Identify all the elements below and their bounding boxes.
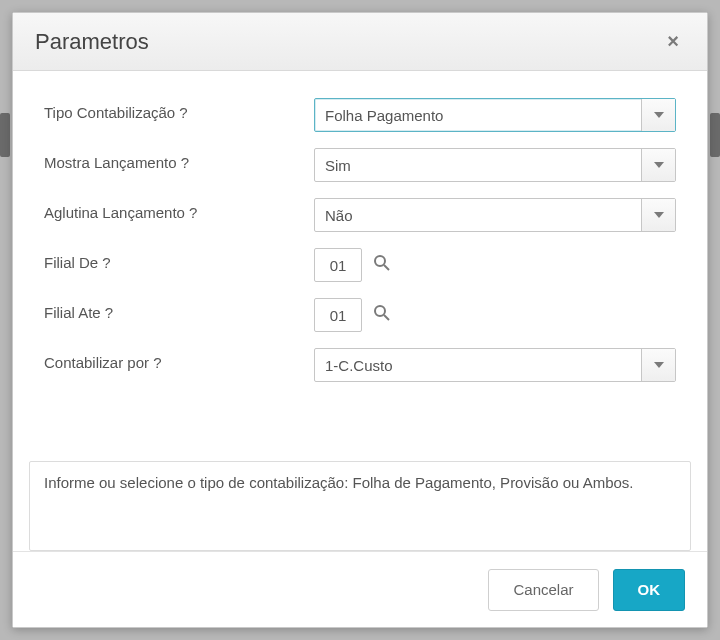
dialog-body: Tipo Contabilização ? Folha Pagamento Mo… <box>13 71 707 551</box>
close-button[interactable]: × <box>661 26 685 57</box>
search-icon <box>373 254 391 276</box>
dialog-footer: Cancelar OK <box>13 551 707 627</box>
dialog-title: Parametros <box>35 29 149 55</box>
label-filial-ate: Filial Ate ? <box>44 298 314 321</box>
form-panel: Tipo Contabilização ? Folha Pagamento Mo… <box>27 85 693 451</box>
svg-point-2 <box>375 306 385 316</box>
dialog-header: Parametros × <box>13 13 707 71</box>
label-tipo-contabilizacao: Tipo Contabilização ? <box>44 98 314 121</box>
label-aglutina-lancamento: Aglutina Lançamento ? <box>44 198 314 221</box>
scroll-stub-right <box>710 113 720 157</box>
row-aglutina-lancamento: Aglutina Lançamento ? Não <box>44 198 676 232</box>
select-mostra-lancamento[interactable]: Sim <box>314 148 676 182</box>
button-label: OK <box>638 581 661 598</box>
select-contabilizar-por[interactable]: 1-C.Custo <box>314 348 676 382</box>
label-mostra-lancamento: Mostra Lançamento ? <box>44 148 314 171</box>
caret-down-icon <box>641 199 675 231</box>
row-tipo-contabilizacao: Tipo Contabilização ? Folha Pagamento <box>44 98 676 132</box>
ok-button[interactable]: OK <box>613 569 686 611</box>
svg-line-1 <box>384 265 389 270</box>
button-label: Cancelar <box>513 581 573 598</box>
help-panel: Informe ou selecione o tipo de contabili… <box>29 461 691 551</box>
search-icon <box>373 304 391 326</box>
select-value: Sim <box>315 149 641 181</box>
svg-line-3 <box>384 315 389 320</box>
row-mostra-lancamento: Mostra Lançamento ? Sim <box>44 148 676 182</box>
help-text: Informe ou selecione o tipo de contabili… <box>44 474 634 491</box>
label-filial-de: Filial De ? <box>44 248 314 271</box>
row-contabilizar-por: Contabilizar por ? 1-C.Custo <box>44 348 676 382</box>
lookup-filial-de[interactable] <box>370 253 394 277</box>
select-value: Não <box>315 199 641 231</box>
svg-point-0 <box>375 256 385 266</box>
close-icon: × <box>667 30 679 52</box>
input-filial-de[interactable] <box>314 248 362 282</box>
row-filial-ate: Filial Ate ? <box>44 298 676 332</box>
parametros-dialog: Parametros × Tipo Contabilização ? Folha… <box>12 12 708 628</box>
select-tipo-contabilizacao[interactable]: Folha Pagamento <box>314 98 676 132</box>
lookup-filial-ate[interactable] <box>370 303 394 327</box>
scroll-stub-left <box>0 113 10 157</box>
select-value: 1-C.Custo <box>315 349 641 381</box>
cancel-button[interactable]: Cancelar <box>488 569 598 611</box>
row-filial-de: Filial De ? <box>44 248 676 282</box>
input-filial-ate[interactable] <box>314 298 362 332</box>
select-value: Folha Pagamento <box>315 99 641 131</box>
caret-down-icon <box>641 149 675 181</box>
select-aglutina-lancamento[interactable]: Não <box>314 198 676 232</box>
caret-down-icon <box>641 349 675 381</box>
caret-down-icon <box>641 99 675 131</box>
label-contabilizar-por: Contabilizar por ? <box>44 348 314 371</box>
